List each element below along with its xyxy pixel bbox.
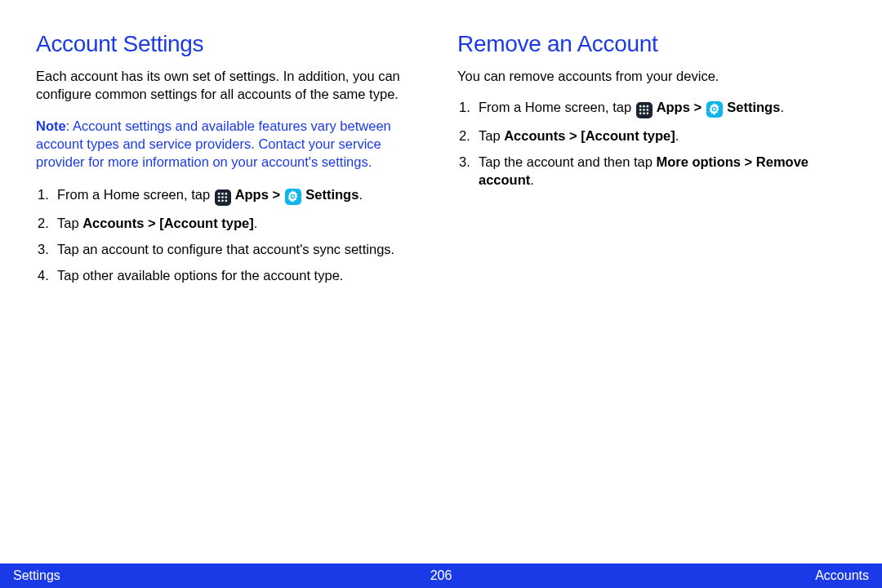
step-end: . — [780, 100, 784, 114]
account-settings-heading: Account Settings — [36, 31, 425, 57]
svg-point-6 — [218, 200, 220, 203]
step-bold: Accounts > [Account type] — [82, 216, 253, 230]
step-item: Tap an account to configure that account… — [36, 240, 425, 258]
step-text: Tap — [479, 128, 504, 143]
settings-icon — [706, 101, 723, 118]
footer-right: Accounts — [815, 568, 869, 583]
svg-point-11 — [639, 105, 642, 108]
svg-point-5 — [225, 197, 228, 199]
step-end: . — [530, 172, 534, 187]
svg-point-16 — [647, 109, 649, 111]
account-settings-intro: Each account has its own set of settings… — [36, 67, 425, 104]
svg-point-15 — [643, 109, 645, 111]
settings-icon — [285, 189, 301, 205]
svg-point-2 — [225, 193, 228, 195]
step-text: From a Home screen, tap — [57, 187, 214, 202]
step-item: Tap Accounts > [Account type]. — [36, 214, 425, 232]
right-column: Remove an Account You can remove account… — [457, 31, 846, 293]
remove-account-heading: Remove an Account — [457, 31, 846, 57]
apps-label: Apps > — [232, 187, 284, 202]
svg-point-17 — [639, 113, 642, 115]
step-item: Tap the account and then tap More option… — [457, 153, 846, 189]
step-end: . — [359, 187, 363, 202]
page-content: Account Settings Each account has its ow… — [0, 0, 882, 293]
apps-icon — [215, 189, 231, 206]
svg-point-13 — [647, 105, 649, 108]
apps-label: Apps > — [653, 100, 706, 114]
step-text: From a Home screen, tap — [479, 100, 635, 114]
step-item: From a Home screen, tap Apps > Settings. — [457, 98, 846, 118]
left-column: Account Settings Each account has its ow… — [36, 31, 425, 293]
svg-point-0 — [218, 193, 220, 195]
svg-point-10 — [292, 195, 294, 198]
step-item: Tap Accounts > [Account type]. — [457, 127, 846, 145]
svg-point-1 — [221, 193, 224, 195]
svg-point-7 — [221, 200, 224, 203]
step-bold: Accounts > [Account type] — [504, 128, 675, 143]
step-end: . — [254, 216, 258, 230]
svg-point-21 — [713, 108, 715, 110]
note-label: Note — [36, 118, 66, 133]
remove-account-intro: You can remove accounts from your device… — [457, 67, 846, 85]
settings-label: Settings — [302, 187, 359, 202]
footer-page-number: 206 — [430, 568, 452, 583]
svg-point-3 — [218, 197, 220, 199]
svg-point-8 — [225, 200, 228, 203]
footer-left: Settings — [13, 568, 60, 583]
svg-point-18 — [643, 113, 645, 115]
account-settings-steps: From a Home screen, tap Apps > Settings.… — [36, 185, 425, 284]
step-text: Tap the account and then tap — [479, 154, 656, 169]
note-body: : Account settings and available feature… — [36, 118, 391, 170]
step-item: From a Home screen, tap Apps > Settings. — [36, 185, 425, 206]
settings-label: Settings — [724, 100, 781, 114]
svg-point-14 — [639, 109, 642, 111]
account-settings-note: Note: Account settings and available fea… — [36, 117, 425, 172]
footer-bar: Settings 206 Accounts — [0, 564, 882, 588]
svg-point-4 — [221, 197, 224, 199]
svg-point-19 — [647, 113, 649, 115]
svg-point-12 — [643, 105, 645, 108]
apps-icon — [636, 102, 653, 118]
step-text: Tap — [57, 216, 82, 230]
step-end: . — [675, 128, 679, 143]
remove-account-steps: From a Home screen, tap Apps > Settings.… — [457, 98, 846, 189]
step-item: Tap other available options for the acco… — [36, 266, 425, 284]
